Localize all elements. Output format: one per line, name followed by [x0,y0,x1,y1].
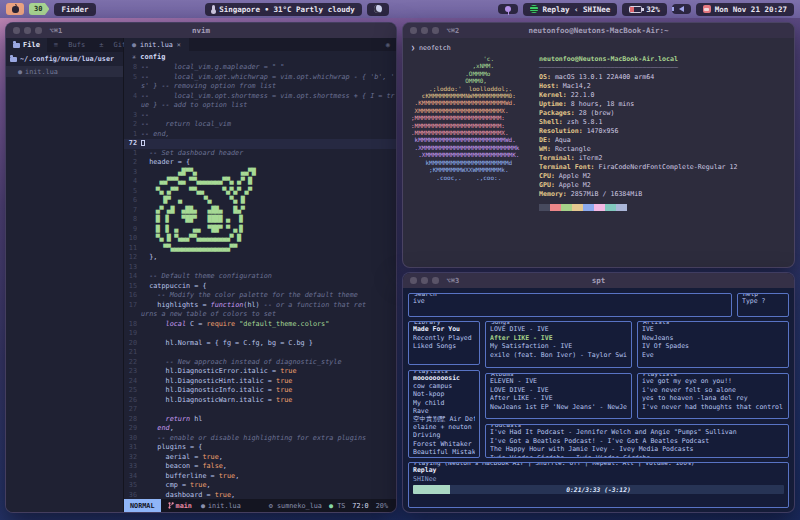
code-line: 24 hl.DiagnosticHint.italic = true [124,377,396,387]
list-item[interactable]: IVE [642,325,784,334]
list-item[interactable]: I've Had It Podcast - Jennifer Welch and… [490,428,784,437]
nvim-window: ⌥⌘1 nvim File ≡ Bufs ± Git ~/.config/nvi… [5,22,397,513]
code-line: 16 -- Modify the color palette for the d… [124,291,396,301]
terminal-content[interactable]: ❯ neofetch 'c. ,xNMM. .OMMMMo OMMM0, .;l… [403,38,794,267]
volume-widget[interactable] [672,4,691,14]
window-controls [410,27,439,34]
close-button[interactable] [410,277,417,284]
lua-file-icon: ● [18,68,22,76]
list-item[interactable]: Driving [413,431,475,439]
list-item[interactable]: Eve [642,351,784,360]
library-panel: Library Made For YouRecently PlayedLiked… [408,321,480,365]
spt-titlebar[interactable]: ⌥⌘3 spt [403,273,794,288]
folder-icon [10,57,17,62]
minimize-button[interactable] [421,27,428,34]
list-item[interactable]: Not-kpop [413,390,475,398]
close-button[interactable] [410,27,417,34]
list-item[interactable]: cow campus [413,382,475,390]
search-panel[interactable]: Search ive [408,293,732,317]
list-item[interactable]: Beautiful Mistakes [413,448,475,456]
list-item[interactable]: ive got my eye on you!! [642,377,784,386]
search-input[interactable]: ive [413,297,727,306]
panel-title: Search [412,293,439,298]
code-line: 22 -- New approach instead of diagnostic… [124,358,396,368]
minimize-button[interactable] [24,27,31,34]
apple-menu[interactable] [6,3,24,15]
list-item[interactable]: After LIKE - IVE [490,394,627,403]
code-line: 5-- local_vim.opt.whichwrap = vim.opt.wh… [124,73,396,83]
zoom-button[interactable] [432,277,439,284]
calendar-icon [703,5,711,13]
list-item[interactable]: Iván Vindas Córdoba - Iván Vindas Córdob… [490,454,784,458]
code-editor[interactable]: 8-- local_vim.g.mapleader = " "5-- local… [124,62,396,499]
list-item[interactable]: Forest Whitaker Ra [413,440,475,448]
code-line: 23 hl.DiagnosticError.italic = true [124,367,396,377]
found-playlists-panel: Playlists ive got my eye on you!!i've ne… [637,373,789,419]
project-root[interactable]: ~/.config/nvim/lua/user [6,52,123,65]
window-title: nvim [6,26,396,35]
minimize-button[interactable] [421,277,428,284]
code-line: 13 [124,263,396,273]
progress-bar[interactable]: 0:21/3:33 (-3:12) [413,485,784,494]
code-line: 32 aerial = true, [124,453,396,463]
list-item[interactable]: elaine + neuton [413,423,475,431]
battery-widget[interactable]: 32% [622,3,667,16]
list-item[interactable]: After LIKE - IVE [490,334,627,343]
code-line: 35 cmp = true, [124,481,396,491]
list-item[interactable]: LOVE DIVE - IVE [490,386,627,395]
neofetch-info-line: Packages: 28 (brew) [539,109,738,118]
list-item[interactable]: 空中貴別墅 Air Def [413,415,475,423]
list-item[interactable]: ELEVEN - IVE [490,377,627,386]
playing-panel: Playing (Neuton's MacBook Air | Shuffle:… [408,462,789,508]
list-item[interactable]: yes to heaven -lana del rey [642,394,784,403]
list-item[interactable]: I've Got a Beatles Podcast! - I've Got A… [490,437,784,446]
list-item[interactable]: NewJeans [642,334,784,343]
code-line: 3 ▄█▀▀▄ ▄▄▀█ [124,168,396,178]
list-item[interactable]: My Satisfaction - IVE [490,342,627,351]
list-item[interactable]: Recently Played [413,334,475,343]
list-item[interactable]: The Happy Hour with Jamie Ivey - Ivey Me… [490,445,784,454]
neofetch-info-line: GPU: Apple M2 [539,181,738,190]
cursor-position: 72:0 [352,502,368,510]
zoom-button[interactable] [35,27,42,34]
buffer-tab[interactable]: ● init.lua × [124,38,189,51]
panel-title: Help [741,293,760,298]
list-item[interactable]: 내 쓰레기 [413,456,475,458]
code-line: 17 highlights = function(hl) -- or a fun… [124,301,396,311]
spaces-badge[interactable]: 30 [29,3,49,15]
list-item[interactable]: exile (feat. Bon Iver) - Taylor Swift, [490,351,627,360]
list-item[interactable]: NewJeans 1st EP 'New Jeans' - NewJeans [490,403,627,412]
finder-menu[interactable]: Finder [54,3,95,16]
terminal-titlebar[interactable]: ⌥⌘2 neutonfoo@Neutons-MacBook-Air:~ [403,23,794,38]
code-line: 31 plugins = { [124,443,396,453]
list-item[interactable]: i've never felt so alone [642,386,784,395]
clock-widget[interactable]: Mon Nov 21 20:27 [696,3,794,16]
list-item[interactable]: moooooooosic [413,374,475,382]
neofetch-info-line: Shell: zsh 5.8.1 [539,118,738,127]
pin-widget[interactable] [498,4,518,14]
list-item[interactable]: Liked Songs [413,342,475,351]
close-button[interactable] [13,27,20,34]
file-tree-item[interactable]: ● init.lua [6,66,123,77]
list-item[interactable]: I've never had thoughts that control me [642,403,784,412]
nvim-titlebar[interactable]: ⌥⌘1 nvim [6,23,396,38]
help-hint: Type ? [742,297,784,306]
sidebar-tab-bufs[interactable]: ≡ Bufs [47,38,92,52]
folder-icon [13,43,20,48]
list-item[interactable]: Made For You [413,325,475,334]
zoom-button[interactable] [432,27,439,34]
battery-icon [629,6,642,13]
battery-label: 32% [646,5,660,14]
weather-widget[interactable]: Singapore • 31°C Partly cloudy [205,3,361,16]
text-cursor [141,140,145,147]
tab-close-icon[interactable]: × [177,41,181,49]
list-item[interactable]: IV Of Spades [642,342,784,351]
neofetch-info-line: Resolution: 1470x956 [539,127,738,136]
playlists-panel: Playlists moooooooosiccow campusNot-kpop… [408,370,480,458]
list-item[interactable]: Rave [413,407,475,415]
list-item[interactable]: LOVE DIVE - IVE [490,325,627,334]
list-item[interactable]: My child [413,399,475,407]
now-playing-widget[interactable]: Replay ‹ SHINee [523,3,617,16]
focus-widget[interactable] [367,3,389,16]
sidebar-tab-file[interactable]: File [6,38,47,52]
